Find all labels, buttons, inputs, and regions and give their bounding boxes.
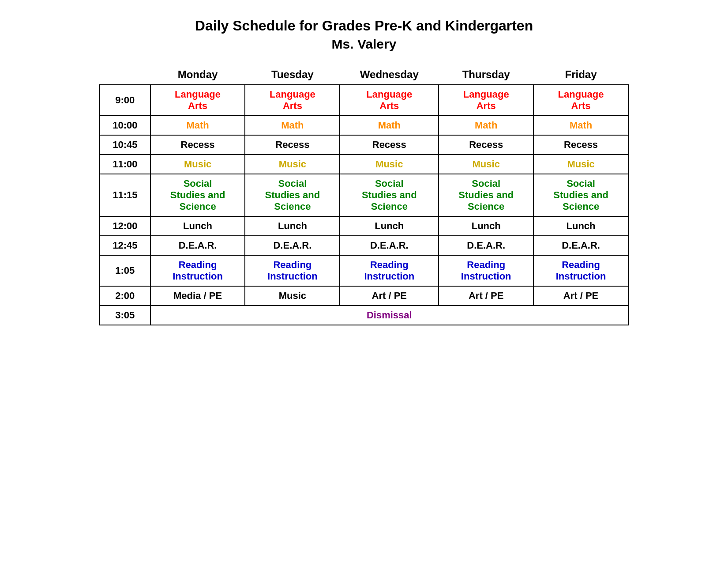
- cell-1-1: Math: [245, 116, 340, 135]
- cell-4-4: SocialStudies andScience: [533, 174, 628, 216]
- cell-6-1: D.E.A.R.: [245, 236, 340, 255]
- cell-8-4: Art / PE: [533, 286, 628, 306]
- cell-7-3: ReadingInstruction: [439, 255, 533, 286]
- cell-5-1: Lunch: [245, 216, 340, 236]
- table-row: 9:00LanguageArtsLanguageArtsLanguageArts…: [100, 85, 628, 116]
- time-cell-8: 2:00: [100, 286, 150, 306]
- table-row: 3:05Dismissal: [100, 306, 628, 325]
- cell-5-2: Lunch: [340, 216, 439, 236]
- table-row: 2:00Media / PEMusicArt / PEArt / PEArt /…: [100, 286, 628, 306]
- table-row: 1:05ReadingInstructionReadingInstruction…: [100, 255, 628, 286]
- table-row: 12:45D.E.A.R.D.E.A.R.D.E.A.R.D.E.A.R.D.E…: [100, 236, 628, 255]
- cell-7-2: ReadingInstruction: [340, 255, 439, 286]
- time-cell-5: 12:00: [100, 216, 150, 236]
- cell-5-4: Lunch: [533, 216, 628, 236]
- cell-0-2: LanguageArts: [340, 85, 439, 116]
- time-cell-0: 9:00: [100, 85, 150, 116]
- time-cell-3: 11:00: [100, 155, 150, 174]
- cell-1-0: Math: [150, 116, 245, 135]
- cell-1-3: Math: [439, 116, 533, 135]
- cell-4-0: SocialStudies andScience: [150, 174, 245, 216]
- page-subtitle: Ms. Valery: [332, 37, 397, 52]
- header-row: Monday Tuesday Wednesday Thursday Friday: [100, 65, 628, 85]
- cell-2-0: Recess: [150, 135, 245, 155]
- table-row: 12:00LunchLunchLunchLunchLunch: [100, 216, 628, 236]
- col-tuesday: Tuesday: [245, 65, 340, 85]
- cell-5-0: Lunch: [150, 216, 245, 236]
- cell-6-3: D.E.A.R.: [439, 236, 533, 255]
- cell-7-0: ReadingInstruction: [150, 255, 245, 286]
- cell-2-1: Recess: [245, 135, 340, 155]
- empty-header: [100, 65, 150, 85]
- cell-2-2: Recess: [340, 135, 439, 155]
- cell-7-4: ReadingInstruction: [533, 255, 628, 286]
- page-title: Daily Schedule for Grades Pre-K and Kind…: [195, 18, 533, 34]
- col-monday: Monday: [150, 65, 245, 85]
- time-cell-4: 11:15: [100, 174, 150, 216]
- col-wednesday: Wednesday: [340, 65, 439, 85]
- cell-3-3: Music: [439, 155, 533, 174]
- cell-1-4: Math: [533, 116, 628, 135]
- col-thursday: Thursday: [439, 65, 533, 85]
- cell-3-1: Music: [245, 155, 340, 174]
- time-cell-6: 12:45: [100, 236, 150, 255]
- cell-0-0: LanguageArts: [150, 85, 245, 116]
- cell-3-0: Music: [150, 155, 245, 174]
- time-cell-2: 10:45: [100, 135, 150, 155]
- table-row: 10:45RecessRecessRecessRecessRecess: [100, 135, 628, 155]
- cell-0-3: LanguageArts: [439, 85, 533, 116]
- dismissal-cell: Dismissal: [150, 306, 628, 325]
- cell-6-4: D.E.A.R.: [533, 236, 628, 255]
- cell-2-3: Recess: [439, 135, 533, 155]
- page-container: Daily Schedule for Grades Pre-K and Kind…: [99, 18, 629, 325]
- cell-3-4: Music: [533, 155, 628, 174]
- table-row: 11:00MusicMusicMusicMusicMusic: [100, 155, 628, 174]
- cell-2-4: Recess: [533, 135, 628, 155]
- cell-3-2: Music: [340, 155, 439, 174]
- cell-8-2: Art / PE: [340, 286, 439, 306]
- cell-1-2: Math: [340, 116, 439, 135]
- time-cell-1: 10:00: [100, 116, 150, 135]
- cell-0-1: LanguageArts: [245, 85, 340, 116]
- cell-6-2: D.E.A.R.: [340, 236, 439, 255]
- time-cell-9: 3:05: [100, 306, 150, 325]
- col-friday: Friday: [533, 65, 628, 85]
- cell-7-1: ReadingInstruction: [245, 255, 340, 286]
- cell-8-1: Music: [245, 286, 340, 306]
- cell-8-0: Media / PE: [150, 286, 245, 306]
- table-row: 11:15SocialStudies andScienceSocialStudi…: [100, 174, 628, 216]
- table-row: 10:00MathMathMathMathMath: [100, 116, 628, 135]
- cell-4-1: SocialStudies andScience: [245, 174, 340, 216]
- cell-4-2: SocialStudies andScience: [340, 174, 439, 216]
- cell-4-3: SocialStudies andScience: [439, 174, 533, 216]
- time-cell-7: 1:05: [100, 255, 150, 286]
- schedule-table: Monday Tuesday Wednesday Thursday Friday…: [99, 65, 629, 325]
- cell-0-4: LanguageArts: [533, 85, 628, 116]
- cell-5-3: Lunch: [439, 216, 533, 236]
- cell-8-3: Art / PE: [439, 286, 533, 306]
- cell-6-0: D.E.A.R.: [150, 236, 245, 255]
